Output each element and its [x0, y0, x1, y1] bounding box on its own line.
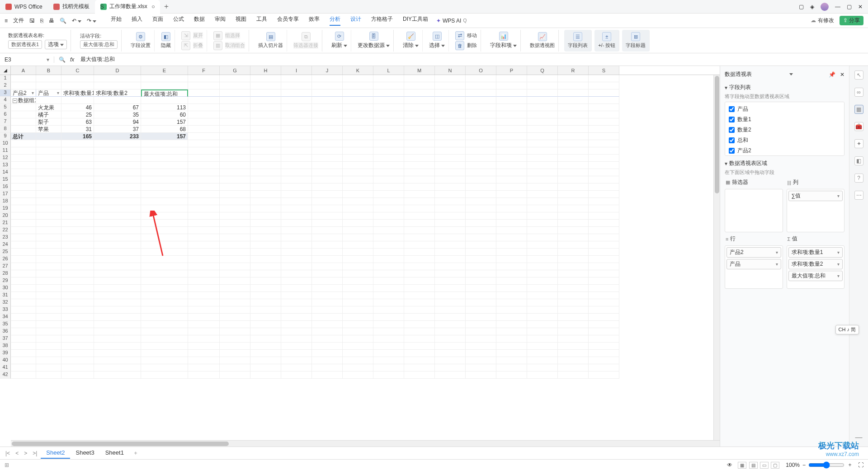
cell[interactable]	[220, 89, 250, 97]
sheet-tab-Sheet1[interactable]: Sheet1	[100, 447, 129, 459]
row-header[interactable]: 14	[0, 169, 11, 176]
cell[interactable]: 68	[141, 126, 188, 133]
cell[interactable]	[188, 371, 220, 379]
cell[interactable]	[312, 343, 343, 350]
cell[interactable]	[250, 133, 281, 140]
cell[interactable]	[558, 104, 589, 111]
cell[interactable]	[94, 162, 141, 169]
cell[interactable]	[527, 371, 558, 379]
cell[interactable]	[36, 220, 61, 227]
menu-数据[interactable]: 数据	[194, 15, 205, 26]
cell[interactable]	[558, 306, 589, 314]
field-header-button[interactable]: 字段标题	[626, 42, 646, 49]
cell[interactable]	[312, 321, 343, 328]
cell[interactable]: 31	[61, 126, 94, 133]
col-header-B[interactable]: B	[36, 66, 61, 75]
cell[interactable]	[36, 321, 61, 328]
cell[interactable]	[373, 169, 404, 176]
cell[interactable]	[11, 205, 36, 212]
row-header[interactable]: 37	[0, 335, 11, 343]
cell[interactable]	[496, 227, 527, 234]
cell[interactable]	[188, 97, 220, 104]
cell[interactable]	[558, 371, 589, 379]
cell[interactable]	[435, 212, 466, 220]
cell[interactable]	[281, 249, 312, 256]
cell[interactable]	[589, 169, 619, 176]
cell[interactable]	[94, 263, 141, 270]
cell[interactable]	[188, 343, 220, 350]
cell[interactable]	[11, 314, 36, 321]
cell[interactable]	[373, 249, 404, 256]
cell[interactable]	[94, 314, 141, 321]
cell[interactable]	[527, 292, 558, 299]
cell[interactable]	[188, 104, 220, 111]
cell[interactable]	[589, 198, 619, 205]
print-icon[interactable]: 🖶	[49, 18, 54, 24]
cell[interactable]	[250, 277, 281, 285]
cell[interactable]	[435, 249, 466, 256]
cell[interactable]	[220, 292, 250, 299]
cell[interactable]	[373, 104, 404, 111]
cell[interactable]	[527, 299, 558, 306]
cell[interactable]	[141, 191, 188, 198]
cell[interactable]	[141, 321, 188, 328]
row-header[interactable]: 8	[0, 126, 11, 133]
cell[interactable]	[281, 299, 312, 306]
cell[interactable]	[343, 104, 373, 111]
cell[interactable]	[373, 357, 404, 364]
cell[interactable]	[312, 198, 343, 205]
row-header[interactable]: 20	[0, 212, 11, 220]
cell[interactable]	[373, 335, 404, 343]
cell[interactable]	[281, 133, 312, 140]
cell[interactable]	[11, 350, 36, 357]
cell[interactable]	[141, 82, 188, 89]
cell[interactable]	[343, 75, 373, 82]
cell[interactable]	[250, 169, 281, 176]
cell[interactable]	[141, 155, 188, 162]
cell[interactable]	[496, 256, 527, 263]
cell[interactable]	[188, 162, 220, 169]
cell[interactable]	[373, 212, 404, 220]
more-sidebar-icon[interactable]: ⋯	[854, 191, 863, 200]
cell[interactable]	[36, 212, 61, 220]
cell[interactable]	[558, 147, 589, 155]
cell[interactable]	[11, 335, 36, 343]
cell[interactable]	[250, 126, 281, 133]
cell[interactable]	[343, 234, 373, 241]
cell[interactable]	[589, 118, 619, 126]
cell[interactable]	[558, 350, 589, 357]
cell[interactable]	[466, 357, 496, 364]
cell[interactable]	[141, 357, 188, 364]
cell[interactable]	[141, 249, 188, 256]
cell[interactable]	[281, 212, 312, 220]
cell[interactable]	[220, 169, 250, 176]
cell[interactable]	[589, 147, 619, 155]
cell[interactable]	[61, 249, 94, 256]
menu-视图[interactable]: 视图	[236, 15, 246, 26]
row-header[interactable]: 17	[0, 191, 11, 198]
cell[interactable]	[589, 133, 619, 140]
cell[interactable]	[141, 263, 188, 270]
cell[interactable]	[435, 133, 466, 140]
cell[interactable]	[94, 285, 141, 292]
cell[interactable]	[94, 270, 141, 277]
cell[interactable]	[220, 234, 250, 241]
cell[interactable]	[373, 191, 404, 198]
cell[interactable]	[36, 328, 61, 335]
spreadsheet-grid[interactable]: ◢ABCDEFGHIJKLMNOPQRS 123产品2▾产品▾求和项:数量1求和…	[0, 66, 720, 446]
cell[interactable]	[94, 249, 141, 256]
cell[interactable]	[496, 183, 527, 191]
link-sidebar-icon[interactable]: ∞	[854, 88, 863, 97]
cell[interactable]	[250, 75, 281, 82]
cell[interactable]	[589, 176, 619, 183]
cell[interactable]	[558, 343, 589, 350]
menu-开始[interactable]: 开始	[111, 15, 122, 26]
cell[interactable]	[11, 285, 36, 292]
cell[interactable]	[250, 97, 281, 104]
cell[interactable]	[589, 371, 619, 379]
cell[interactable]	[220, 371, 250, 379]
cell[interactable]	[141, 343, 188, 350]
cell[interactable]	[312, 328, 343, 335]
tab-wps[interactable]: WPS Office	[0, 0, 48, 14]
cell[interactable]	[11, 191, 36, 198]
